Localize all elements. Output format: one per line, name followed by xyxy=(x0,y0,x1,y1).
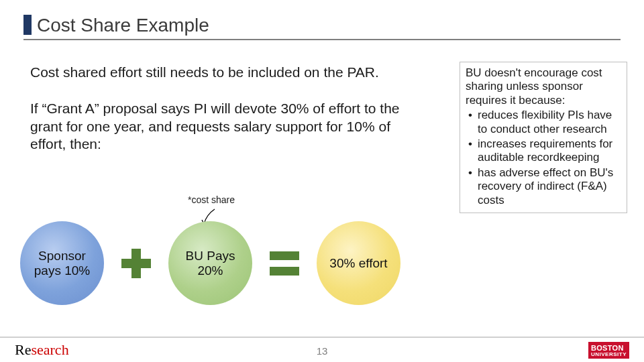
page-number: 13 xyxy=(317,345,328,357)
plus-icon xyxy=(121,249,151,278)
callout-bullet: increases requirements for auditable rec… xyxy=(466,137,621,165)
callout-list: reduces flexibility PIs have to conduct … xyxy=(466,109,621,207)
bu-logo-line1: BOSTON xyxy=(591,345,627,352)
bu-logo-line2: UNIVERSITY xyxy=(591,352,627,357)
annotation-label: *cost share xyxy=(188,194,235,205)
research-logo: Research xyxy=(15,341,69,359)
title-bar: Cost Share Example xyxy=(23,7,621,40)
callout-box: BU doesn't encourage cost sharing unless… xyxy=(460,62,627,213)
callout-bullet: reduces flexibility PIs have to conduct … xyxy=(466,109,621,136)
slide: Cost Share Example Cost shared effort st… xyxy=(0,0,644,362)
body-text: Cost shared effort still needs to be inc… xyxy=(30,64,426,153)
callout-lead: BU doesn't encourage cost sharing unless… xyxy=(466,66,621,107)
circle-effort: 30% effort xyxy=(317,221,400,305)
circle-sponsor: Sponsor pays 10% xyxy=(20,221,104,305)
logo-part-search: search xyxy=(31,341,68,358)
callout-bullet: has adverse effect on BU's recovery of i… xyxy=(466,166,621,207)
logo-part-re: Re xyxy=(15,341,31,358)
equals-icon xyxy=(270,251,299,276)
title-accent-block xyxy=(23,15,32,35)
slide-title: Cost Share Example xyxy=(37,15,209,36)
equation-diagram: Sponsor pays 10% BU Pays 20% 30% effort xyxy=(20,221,400,305)
paragraph-1: Cost shared effort still needs to be inc… xyxy=(30,64,426,81)
bu-logo-mark: BOSTON UNIVERSITY xyxy=(588,342,629,359)
bu-logo: BOSTON UNIVERSITY xyxy=(588,342,629,359)
paragraph-2: If “Grant A” proposal says PI will devot… xyxy=(30,100,426,153)
circle-bu: BU Pays 20% xyxy=(168,221,252,305)
